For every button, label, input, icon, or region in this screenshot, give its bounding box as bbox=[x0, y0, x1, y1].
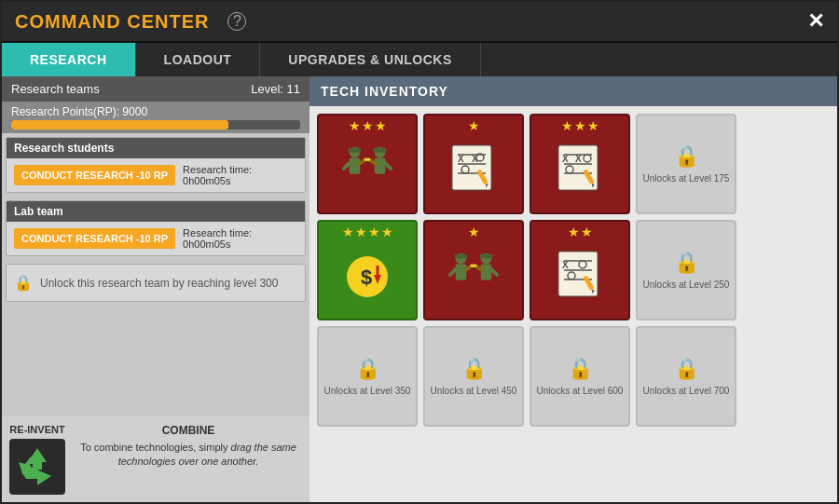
unlock-text-175: Unlocks at Level 175 bbox=[640, 172, 734, 184]
tech-card-1[interactable]: ★ ★ ★ bbox=[317, 114, 418, 214]
svg-rect-46 bbox=[455, 253, 468, 258]
tech-grid: ★ ★ ★ bbox=[317, 114, 830, 427]
tactic-board-icon-3: X bbox=[555, 250, 606, 304]
tech-card-7[interactable]: ★ ★ X bbox=[530, 220, 630, 320]
stars-row-1: ★ ★ ★ bbox=[319, 119, 416, 132]
rp-bar-fill bbox=[11, 120, 228, 129]
left-panel: Research teams Level: 11 Research Points… bbox=[2, 76, 309, 502]
tech-card-locked-600: 🔒 Unlocks at Level 600 bbox=[530, 326, 630, 427]
students-conduct-button[interactable]: CONDUCT RESEARCH -10 RP bbox=[14, 165, 175, 185]
combine-text: To combine technologies, simply drag the… bbox=[75, 441, 302, 470]
tech-card-locked-250: 🔒 Unlocks at Level 250 bbox=[636, 220, 736, 320]
lock-icon-450: 🔒 bbox=[461, 357, 487, 381]
svg-rect-8 bbox=[375, 157, 386, 173]
students-time: Research time: 0h00m05s bbox=[183, 164, 252, 186]
students-header: Research students bbox=[7, 138, 305, 158]
stars-row-3: ★ ★ ★ bbox=[531, 119, 628, 132]
combine-box: COMBINE To combine technologies, simply … bbox=[75, 424, 302, 495]
lab-header: Lab team bbox=[7, 201, 305, 222]
unlock-text-700: Unlocks at Level 700 bbox=[640, 385, 734, 397]
reinvent-label: RE-INVENT bbox=[9, 424, 64, 435]
lock-icon-250: 🔒 bbox=[674, 251, 699, 275]
lab-team-section: Lab team CONDUCT RESEARCH -10 RP Researc… bbox=[6, 200, 306, 256]
svg-line-40 bbox=[450, 269, 456, 275]
lab-time-label: Research time: bbox=[183, 227, 252, 238]
tech-card-3[interactable]: ★ ★ ★ X X bbox=[530, 114, 630, 214]
tech-card-locked-175: 🔒 Unlocks at Level 175 bbox=[636, 114, 736, 214]
unlock-text-350: Unlocks at Level 350 bbox=[321, 385, 415, 397]
lock-overlay-175: 🔒 Unlocks at Level 175 bbox=[638, 116, 735, 212]
svg-rect-43 bbox=[481, 264, 492, 279]
stars-row-7: ★ ★ bbox=[531, 225, 628, 238]
svg-text:X: X bbox=[562, 154, 569, 164]
svg-text:$: $ bbox=[361, 266, 372, 289]
svg-rect-4 bbox=[350, 157, 361, 173]
soldiers-highfive-icon-2 bbox=[447, 249, 501, 306]
svg-line-5 bbox=[344, 163, 350, 169]
tab-loadout[interactable]: LOADOUT bbox=[136, 43, 261, 76]
research-teams-header: Research teams Level: 11 bbox=[2, 76, 309, 102]
unlock-text-450: Unlocks at Level 450 bbox=[427, 385, 521, 397]
lock-overlay-250: 🔒 Unlocks at Level 250 bbox=[638, 222, 735, 319]
svg-rect-11 bbox=[349, 147, 362, 152]
tech-card-locked-700: 🔒 Unlocks at Level 700 bbox=[636, 326, 736, 427]
content-area: Research teams Level: 11 Research Points… bbox=[2, 76, 837, 502]
modal-title: COMMAND CENTER bbox=[15, 11, 209, 33]
tab-research[interactable]: RESEARCH bbox=[2, 43, 136, 76]
tactic-board-icon: X X bbox=[448, 143, 500, 198]
rp-label: Research Points(RP): 9000 bbox=[11, 105, 300, 118]
teams-label: Research teams bbox=[11, 82, 100, 96]
recycle-svg bbox=[14, 443, 61, 490]
svg-text:X: X bbox=[562, 260, 569, 270]
close-button[interactable]: ✕ bbox=[807, 9, 824, 34]
svg-text:X: X bbox=[458, 154, 464, 164]
students-body: CONDUCT RESEARCH -10 RP Research time: 0… bbox=[7, 158, 305, 192]
tabs-bar: RESEARCH LOADOUT UPGRADES & UNLOCKS bbox=[2, 43, 837, 76]
modal: COMMAND CENTER ? ✕ RESEARCH LOADOUT UPGR… bbox=[0, 0, 839, 504]
bottom-section: RE-INVENT COMBINE To combine technologie… bbox=[2, 416, 309, 502]
tech-card-2[interactable]: ★ X X bbox=[423, 114, 524, 214]
tech-card-6[interactable]: ★ bbox=[423, 220, 524, 320]
research-students-section: Research students CONDUCT RESEARCH -10 R… bbox=[6, 137, 306, 193]
svg-rect-12 bbox=[374, 147, 387, 152]
dollar-down-icon: $ bbox=[340, 249, 394, 306]
lock-overlay-700: 🔒 Unlocks at Level 700 bbox=[638, 328, 735, 425]
lock-overlay-600: 🔒 Unlocks at Level 600 bbox=[531, 328, 628, 425]
lock-overlay-450: 🔒 Unlocks at Level 450 bbox=[425, 328, 522, 425]
stars-row-5: ★ ★ ★ ★ bbox=[319, 225, 416, 238]
svg-text:X: X bbox=[575, 154, 582, 164]
tech-card-locked-450: 🔒 Unlocks at Level 450 bbox=[423, 326, 524, 427]
lab-conduct-button[interactable]: CONDUCT RESEARCH -10 RP bbox=[14, 228, 175, 249]
stars-row-2: ★ bbox=[425, 119, 522, 132]
reinvent-icon[interactable] bbox=[9, 439, 65, 495]
combine-label: COMBINE bbox=[75, 424, 302, 437]
lock-icon-700: 🔒 bbox=[674, 357, 699, 381]
tech-card-locked-350: 🔒 Unlocks at Level 350 bbox=[317, 326, 418, 427]
locked-team-section: 🔒 Unlock this research team by reaching … bbox=[6, 264, 306, 302]
level-label: Level: 11 bbox=[251, 82, 300, 96]
lab-time-value: 0h00m05s bbox=[183, 238, 252, 250]
students-time-label: Research time: bbox=[183, 164, 252, 175]
unlock-text-600: Unlocks at Level 600 bbox=[533, 385, 627, 397]
svg-line-10 bbox=[385, 163, 391, 169]
stars-row-6: ★ bbox=[425, 225, 522, 238]
reinvent-box: RE-INVENT bbox=[9, 424, 65, 495]
svg-rect-47 bbox=[480, 253, 493, 258]
locked-team-label: Unlock this research team by reaching le… bbox=[40, 277, 278, 290]
help-icon[interactable]: ? bbox=[227, 12, 246, 31]
lock-icon-600: 🔒 bbox=[568, 357, 593, 381]
tech-grid-container[interactable]: ★ ★ ★ bbox=[309, 106, 837, 502]
lock-overlay-350: 🔒 Unlocks at Level 350 bbox=[319, 328, 416, 425]
rp-bar-background bbox=[11, 120, 300, 129]
soldiers-highfive-icon bbox=[340, 143, 394, 199]
lab-body: CONDUCT RESEARCH -10 RP Research time: 0… bbox=[7, 222, 305, 255]
lab-time: Research time: 0h00m05s bbox=[183, 227, 252, 250]
tactic-board-icon-2: X X bbox=[555, 143, 606, 198]
tech-card-5[interactable]: ★ ★ ★ ★ $ bbox=[317, 220, 418, 320]
lock-icon-175: 🔒 bbox=[674, 144, 699, 169]
rp-bar-container: Research Points(RP): 9000 bbox=[2, 102, 309, 133]
right-panel: TECH INVENTORY ★ ★ ★ bbox=[309, 76, 837, 502]
tab-upgrades-unlocks[interactable]: UPGRADES & UNLOCKS bbox=[260, 43, 480, 76]
lock-icon: 🔒 bbox=[14, 274, 33, 292]
tech-inventory-header: TECH INVENTORY bbox=[309, 76, 837, 106]
